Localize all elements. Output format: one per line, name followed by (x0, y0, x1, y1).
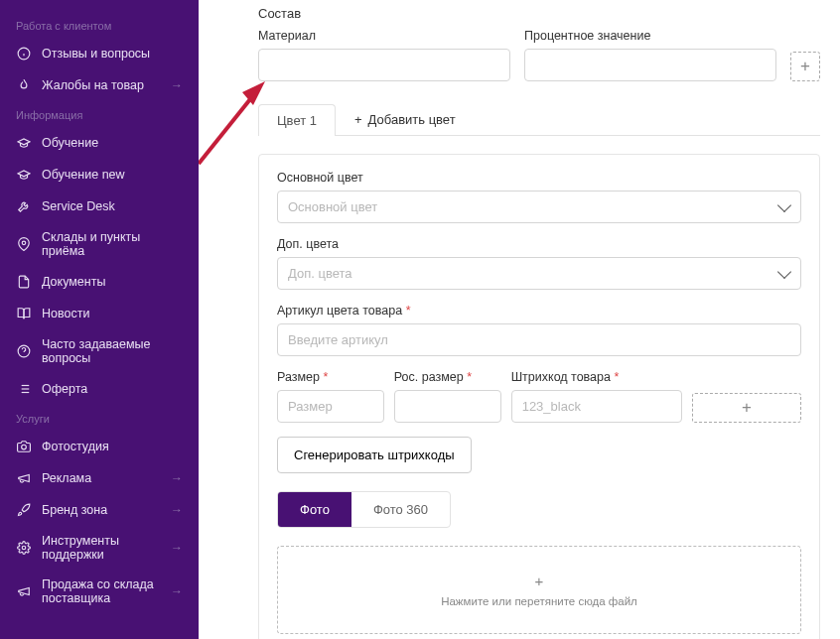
tab-photo[interactable]: Фото (278, 492, 351, 527)
color-card: Основной цвет Доп. цвета Артикул цвета т… (258, 154, 820, 639)
sidebar-item[interactable]: Service Desk (0, 191, 199, 222)
sidebar-item-label: Жалобы на товар (42, 78, 171, 92)
svg-line-14 (199, 89, 258, 164)
photo-tabs: Фото Фото 360 (277, 491, 451, 528)
svg-point-13 (22, 546, 26, 550)
sidebar-item[interactable]: Отзывы и вопросы (0, 38, 199, 69)
sidebar-item[interactable]: Документы (0, 266, 199, 298)
sidebar-item-label: Обучение (42, 136, 183, 150)
sidebar-item[interactable]: Реклама→ (0, 462, 199, 494)
sidebar-item[interactable]: Обучение (0, 127, 199, 159)
doc-icon (16, 274, 32, 290)
ros-size-input[interactable] (394, 390, 501, 423)
sidebar-item[interactable]: Обучение new (0, 159, 199, 191)
tab-color-1[interactable]: Цвет 1 (258, 104, 336, 136)
plus-icon: + (304, 573, 774, 589)
q-icon (16, 343, 32, 359)
sidebar-section-title: Услуги (0, 405, 199, 431)
flame-icon (16, 77, 32, 93)
wrench-icon (16, 198, 32, 214)
mega-icon (16, 583, 32, 599)
gear-icon (16, 540, 32, 556)
add-material-button[interactable]: + (790, 52, 820, 81)
tab-photo-360[interactable]: Фото 360 (351, 492, 450, 527)
sidebar-item-label: Новости (42, 307, 183, 320)
dropzone-text: Нажмите или перетяните сюда файл (304, 595, 774, 607)
sidebar-item-label: Обучение new (42, 168, 183, 182)
sidebar-item-label: Service Desk (42, 199, 183, 213)
support-block: Техподдержка 24/7+7 (495) 663-72-96 (0, 633, 199, 639)
size-label: Размер (277, 370, 384, 384)
sidebar-item-label: Оферта (42, 382, 183, 396)
svg-point-12 (22, 445, 27, 449)
extra-color-select[interactable] (277, 257, 801, 290)
info-icon (16, 46, 32, 62)
grad-icon (16, 135, 32, 151)
photo-dropzone[interactable]: + Нажмите или перетяните сюда файл (277, 546, 801, 634)
sidebar-item-label: Отзывы и вопросы (42, 47, 183, 61)
sidebar-item[interactable]: Склады и пункты приёма (0, 222, 199, 266)
sidebar-item[interactable]: Новости (0, 298, 199, 329)
composition-title: Состав (258, 6, 820, 21)
barcode-label: Штрихкод товара (511, 370, 683, 384)
sidebar-item-label: Инструменты поддержки (42, 534, 171, 562)
extra-color-label: Доп. цвета (277, 237, 801, 251)
chevron-right-icon: → (171, 584, 183, 598)
main-content: Состав Материал Процентное значение + Цв… (199, 0, 840, 639)
pin-icon (16, 236, 32, 252)
add-size-button[interactable]: + (692, 393, 801, 423)
main-color-label: Основной цвет (277, 171, 801, 185)
chevron-right-icon: → (171, 78, 183, 92)
generate-barcodes-button[interactable]: Сгенерировать штрихкоды (277, 437, 472, 473)
svg-point-3 (22, 241, 26, 245)
percent-label: Процентное значение (524, 29, 776, 43)
sidebar-item[interactable]: Жалобы на товар→ (0, 69, 199, 101)
list-icon (16, 381, 32, 397)
article-input[interactable] (277, 323, 801, 356)
sidebar-item[interactable]: Оферта (0, 373, 199, 405)
color-tabs: Цвет 1 + Добавить цвет (258, 103, 820, 136)
sidebar-item-label: Бренд зона (42, 503, 171, 517)
sidebar-item-label: Фотостудия (42, 440, 183, 453)
sidebar-item-label: Документы (42, 275, 183, 289)
sidebar-item[interactable]: Инструменты поддержки→ (0, 526, 199, 570)
sidebar-section-title: Информация (0, 101, 199, 127)
size-input[interactable] (277, 390, 384, 423)
percent-input[interactable] (524, 49, 776, 81)
book-icon (16, 306, 32, 321)
sidebar-item-label: Часто задаваемые вопросы (42, 337, 183, 365)
chevron-right-icon: → (171, 503, 183, 517)
mega-icon (16, 470, 32, 486)
sidebar-item[interactable]: Часто задаваемые вопросы (0, 329, 199, 373)
material-input[interactable] (258, 49, 510, 81)
sidebar-item-label: Продажа со склада поставщика (42, 577, 171, 605)
add-color-tab[interactable]: + Добавить цвет (336, 103, 475, 135)
chevron-right-icon: → (171, 541, 183, 555)
grad-icon (16, 167, 32, 183)
sidebar-item[interactable]: Продажа со склада поставщика→ (0, 570, 199, 613)
chevron-right-icon: → (171, 471, 183, 485)
sidebar-item-label: Реклама (42, 471, 171, 485)
ros-size-label: Рос. размер (394, 370, 501, 384)
plus-icon: + (354, 112, 362, 127)
sidebar-section-title: Работа с клиентом (0, 12, 199, 38)
article-label: Артикул цвета товара (277, 304, 801, 318)
sidebar: Работа с клиентомОтзывы и вопросыЖалобы … (0, 0, 199, 639)
barcode-input[interactable] (511, 390, 683, 423)
camera-icon (16, 439, 32, 454)
sidebar-item[interactable]: Фотостудия (0, 431, 199, 462)
main-color-select[interactable] (277, 191, 801, 223)
rocket-icon (16, 502, 32, 518)
material-label: Материал (258, 29, 510, 43)
svg-marker-15 (242, 81, 265, 105)
sidebar-item-label: Склады и пункты приёма (42, 230, 183, 258)
sidebar-item[interactable]: Бренд зона→ (0, 494, 199, 526)
